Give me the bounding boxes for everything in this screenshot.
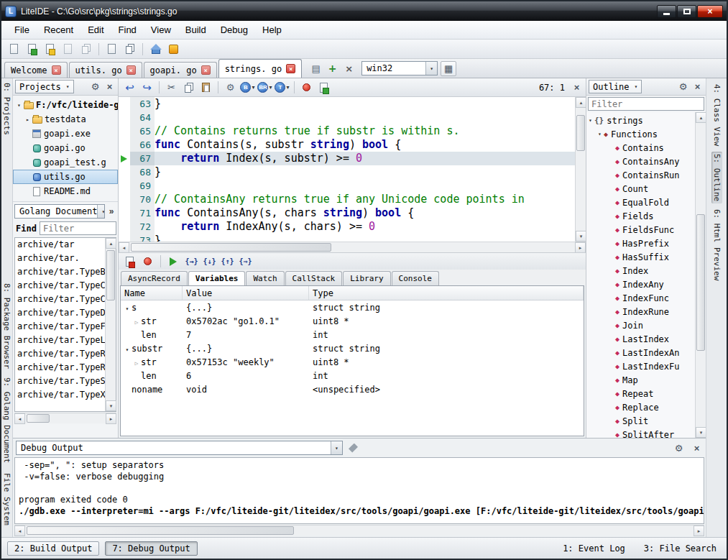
column-header-value[interactable]: Value [183, 286, 309, 300]
twisty-icon[interactable]: ▾ [15, 102, 23, 109]
output-horizontal-scrollbar[interactable]: ◂ ▸ [14, 525, 704, 536]
scroll-thumb[interactable] [576, 115, 585, 151]
tree-item-goapi-exe[interactable]: goapi.exe [13, 127, 118, 141]
scroll-track[interactable] [129, 242, 575, 252]
list-item-archive-tar[interactable]: archive/tar [15, 238, 105, 252]
editor-line[interactable]: 68} [119, 165, 575, 179]
save-all-icon[interactable] [78, 41, 94, 57]
outline-item-replace[interactable]: ◆Replace [586, 400, 695, 414]
list-item-archive-tar-typesy[interactable]: archive/tar.TypeSy [15, 375, 105, 388]
editor-horizontal-scrollbar[interactable]: ◂ ▸ [119, 242, 586, 252]
scroll-right-icon[interactable]: ▸ [694, 525, 704, 536]
side-tab-file-system[interactable]: File System [1, 471, 12, 528]
cut-icon[interactable]: ✂ [163, 80, 180, 96]
tab-goapi-go[interactable]: goapi. go× [144, 62, 217, 78]
editor-list-icon[interactable]: ▤ [308, 60, 324, 76]
outline-item-split[interactable]: ◆Split [586, 414, 695, 428]
outline-group-functions[interactable]: ▾◆Functions [586, 127, 695, 141]
scroll-track[interactable] [696, 123, 706, 427]
new-file-icon[interactable] [6, 41, 22, 57]
outline-item-hassuffix[interactable]: ◆HasSuffix [586, 250, 695, 264]
step-over-icon[interactable]: {→} [183, 254, 200, 270]
debug-tab-watch[interactable]: Watch [246, 271, 284, 285]
scroll-thumb[interactable] [106, 250, 115, 300]
editor-line[interactable]: 69 [119, 179, 575, 193]
menu-find[interactable]: Find [111, 22, 144, 38]
tab-close-icon[interactable]: × [201, 65, 211, 75]
column-header-name[interactable]: Name [121, 286, 183, 300]
scroll-track[interactable] [106, 249, 116, 400]
debug-output-text[interactable]: -sep=", ": setup separators -v=false: ve… [14, 457, 704, 524]
tab-close-icon[interactable]: × [126, 65, 136, 75]
list-item-archive-tar-typelin[interactable]: archive/tar.TypeLin [15, 334, 105, 347]
scroll-track[interactable] [576, 108, 586, 231]
status-item-3-file-search[interactable]: 3: File Search [644, 543, 717, 554]
scroll-thumb[interactable] [131, 243, 331, 252]
outline-item-fields[interactable]: ◆Fields [586, 209, 695, 223]
tree-item-goapi-go[interactable]: goapi.go [13, 141, 118, 155]
list-item-archive-tar-typeblo[interactable]: archive/tar.TypeBlo [15, 265, 105, 279]
twisty-icon[interactable]: ▷ [132, 360, 141, 367]
gear-icon[interactable]: ⚙ [677, 81, 689, 93]
debug-tab-library[interactable]: Library [343, 271, 390, 285]
gear-icon[interactable]: ⚙ [89, 81, 101, 93]
editor-line[interactable]: 72 return IndexAny(s, chars) >= 0 [119, 220, 575, 234]
scroll-left-icon[interactable]: ◂ [14, 525, 25, 536]
scroll-thumb[interactable] [696, 214, 705, 351]
editor-line[interactable]: 65// Contains returns true if substr is … [119, 124, 575, 138]
tab-close-icon[interactable]: × [52, 65, 61, 75]
editor-line[interactable]: 70// ContainsAny returns true if any Uni… [119, 193, 575, 206]
scroll-right-icon[interactable]: ▸ [106, 413, 116, 424]
build-config-icon[interactable]: ⚙ [222, 80, 239, 96]
insert-breakpoint-icon[interactable] [139, 254, 156, 270]
tab-close-icon[interactable]: × [286, 64, 295, 73]
minimize-button[interactable] [657, 5, 676, 18]
outline-item-fieldsfunc[interactable]: ◆FieldsFunc [586, 223, 695, 237]
menu-file[interactable]: File [7, 22, 37, 38]
tree-item-testdata[interactable]: ▸testdata [13, 112, 118, 127]
scroll-down-icon[interactable]: ▾ [576, 231, 586, 242]
outline-item-join[interactable]: ◆Join [586, 318, 695, 332]
list-vertical-scrollbar[interactable]: ▴ ▾ [105, 238, 116, 411]
open-project-icon[interactable] [42, 41, 58, 57]
copy-icon[interactable] [180, 80, 197, 96]
tab-welcome[interactable]: Welcome× [4, 62, 68, 78]
variable-row[interactable]: nonamevoid<unspecified> [121, 382, 584, 396]
menu-build[interactable]: Build [178, 22, 213, 38]
side-tab-8-package-browser[interactable]: 8: Package Browser [1, 281, 12, 371]
menu-help[interactable]: Help [255, 22, 289, 38]
outline-item-contains[interactable]: ◆Contains [586, 141, 695, 155]
close-editor-icon[interactable]: × [571, 81, 583, 93]
twisty-icon[interactable]: ▷ [132, 319, 141, 326]
debug-file-icon[interactable] [315, 80, 332, 96]
list-horizontal-scrollbar[interactable]: ◂ ▸ [14, 413, 116, 423]
twisty-icon[interactable]: ▾ [596, 131, 604, 137]
scroll-left-icon[interactable]: ◂ [14, 413, 25, 424]
menu-view[interactable]: View [144, 22, 178, 38]
document-type-combo[interactable]: Golang Document ▾ [14, 204, 105, 219]
scroll-up-icon[interactable]: ▴ [576, 97, 586, 108]
list-item-archive-tar-typere[interactable]: archive/tar.TypeRe [15, 347, 105, 361]
outline-item-indexfunc[interactable]: ◆IndexFunc [586, 291, 695, 305]
maximize-button[interactable] [677, 5, 696, 18]
outline-header-combo[interactable]: Outline ▾ [589, 80, 642, 93]
dropdown-icon[interactable]: ▾ [331, 441, 342, 454]
toggle-breakpoint-icon[interactable] [298, 80, 315, 96]
outline-item-lastindex[interactable]: ◆LastIndex [586, 332, 695, 346]
side-tab-0-projects[interactable]: 0: Projects [1, 81, 12, 137]
outline-item-indexrune[interactable]: ◆IndexRune [586, 305, 695, 318]
home-icon[interactable] [147, 41, 164, 57]
column-header-type[interactable]: Type [309, 286, 584, 300]
debug-tab-callstack[interactable]: CallStack [285, 271, 343, 285]
output-selector-combo[interactable]: Debug Output ▾ [16, 441, 343, 455]
editor-line[interactable]: 73} [119, 234, 575, 242]
clear-output-icon[interactable] [349, 444, 358, 453]
outline-item-map[interactable]: ◆Map [586, 373, 695, 387]
tree-item-utils-go[interactable]: utils.go [13, 170, 118, 184]
close-tab-icon[interactable]: × [341, 60, 357, 76]
outline-item-count[interactable]: ◆Count [586, 182, 695, 196]
outline-item-containsany[interactable]: ◆ContainsAny [586, 155, 695, 168]
title-bar[interactable]: L LiteIDE - C:\Go\src\pkg\strings\string… [1, 1, 727, 21]
paste-icon[interactable] [198, 80, 214, 96]
close-panel-icon[interactable]: × [691, 81, 704, 93]
